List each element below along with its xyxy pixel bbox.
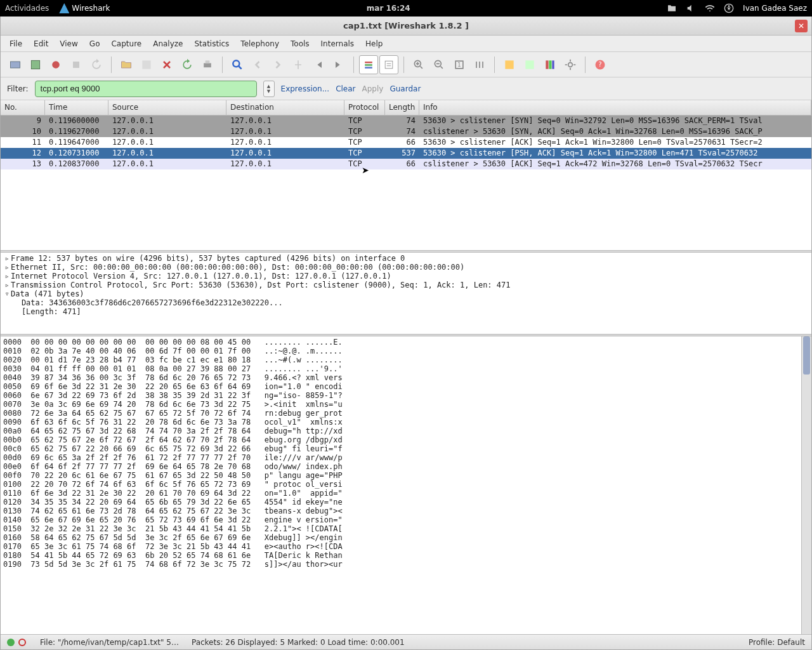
hex-line[interactable]: 0110 6f 6e 3d 22 31 2e 30 22 20 61 70 70… [3,489,809,498]
activities-button[interactable]: Actividades [5,4,49,13]
col-proto[interactable]: Protocol [344,100,385,115]
hex-line[interactable]: 0190 73 5d 5d 3e 3c 2f 61 75 74 68 6f 72… [3,560,809,569]
tree-data[interactable]: Data (471 bytes) [11,289,84,298]
expand-toggle[interactable]: ▹ [3,272,11,281]
find-icon[interactable] [228,55,247,74]
col-len[interactable]: Length [385,100,419,115]
menu-help[interactable]: Help [360,37,388,50]
start-capture-icon[interactable] [46,55,65,74]
menu-capture[interactable]: Capture [106,37,147,50]
col-src[interactable]: Source [108,100,226,115]
menu-go[interactable]: Go [84,37,105,50]
preferences-icon[interactable] [561,55,580,74]
expand-toggle[interactable]: ▹ [3,281,11,289]
auto-scroll-icon[interactable] [379,55,398,74]
menu-statistics[interactable]: Statistics [189,37,234,50]
filter-input[interactable] [35,81,257,97]
capture-filters-icon[interactable] [500,55,519,74]
hex-line[interactable]: 0040 39 87 34 36 36 00 3c 3f 78 6d 6c 20… [3,373,809,382]
scrollbar[interactable] [801,336,811,634]
table-row[interactable]: 110.119647000127.0.0.1127.0.0.1TCP665363… [1,137,811,148]
expand-toggle[interactable]: ▿ [3,289,11,298]
hex-line[interactable]: 0170 65 3e 3c 61 75 74 68 6f 72 3e 3c 21… [3,542,809,551]
hex-line[interactable]: 0080 72 6e 3a 64 65 62 75 67 67 65 72 5f… [3,409,809,418]
zoom-reset-icon[interactable]: 1 [450,55,469,74]
packet-list-header[interactable]: No. Time Source Destination Protocol Len… [1,100,811,116]
hex-line[interactable]: 0150 32 2e 32 2e 31 22 3e 3c 21 5b 43 44… [3,524,809,533]
hex-line[interactable]: 0030 04 01 ff ff 00 00 01 01 08 0a 00 27… [3,364,809,373]
expression-button[interactable]: Expression... [281,84,330,93]
menu-internals[interactable]: Internals [316,37,360,50]
filter-history-dropdown[interactable]: ▲▼ [263,81,275,97]
hex-line[interactable]: 0100 22 20 70 72 6f 74 6f 63 6f 6c 5f 76… [3,480,809,489]
tree-data-hex[interactable]: Data: 343636003c3f786d6c2076657273696f6e… [3,298,809,307]
hex-line[interactable]: 0070 3e 0a 3c 69 6e 69 74 20 78 6d 6c 6e… [3,400,809,409]
hex-line[interactable]: 0000 00 00 00 00 00 00 00 00 00 00 00 00… [3,338,809,347]
hex-line[interactable]: 00d0 69 6c 65 3a 2f 2f 2f 76 61 72 2f 77… [3,453,809,462]
hex-line[interactable]: 0140 65 6e 67 69 6e 65 20 76 65 72 73 69… [3,515,809,524]
go-first-icon[interactable] [309,55,328,74]
hex-line[interactable]: 00e0 6f 64 6f 2f 77 77 77 2f 69 6e 64 65… [3,462,809,471]
capture-indicator-icon[interactable] [18,639,26,646]
files-icon[interactable] [667,3,677,13]
help-icon[interactable]: ? [591,55,610,74]
hex-line[interactable]: 00b0 65 62 75 67 2e 6f 72 67 2f 64 62 67… [3,435,809,444]
reload-icon[interactable] [178,55,197,74]
hex-line[interactable]: 00c0 65 62 75 67 22 20 66 69 6c 65 75 72… [3,444,809,453]
hex-line[interactable]: 0050 69 6f 6e 3d 22 31 2e 30 22 20 65 6e… [3,382,809,391]
wifi-icon[interactable] [705,3,715,13]
packet-bytes[interactable]: 0000 00 00 00 00 00 00 00 00 00 00 00 00… [1,336,811,634]
hex-line[interactable]: 0160 58 64 65 62 75 67 5d 5d 3e 3c 2f 65… [3,533,809,542]
tree-frame[interactable]: Frame 12: 537 bytes on wire (4296 bits),… [11,254,405,263]
hex-line[interactable]: 00a0 64 65 62 75 67 3d 22 68 74 74 70 3a… [3,427,809,435]
a11y-icon[interactable] [724,3,734,13]
menu-tools[interactable]: Tools [285,37,315,50]
hex-line[interactable]: 0060 6e 67 3d 22 69 73 6f 2d 38 38 35 39… [3,391,809,400]
tree-ip[interactable]: Internet Protocol Version 4, Src: 127.0.… [11,272,391,281]
zoom-out-icon[interactable] [429,55,449,74]
packet-list[interactable]: 90.119600000127.0.0.1127.0.0.1TCP7453630… [1,116,811,250]
col-time[interactable]: Time [45,100,108,115]
print-icon[interactable] [198,55,217,74]
hex-line[interactable]: 0130 74 62 65 61 6e 73 2d 78 64 65 62 75… [3,507,809,515]
hex-line[interactable]: 0120 34 35 35 34 22 20 69 64 65 6b 65 79… [3,498,809,507]
expert-info-icon[interactable] [7,639,15,646]
tree-eth[interactable]: Ethernet II, Src: 00:00:00_00:00:00 (00:… [11,263,464,272]
go-last-icon[interactable] [329,55,348,74]
hex-line[interactable]: 0090 6f 63 6f 6c 5f 76 31 22 20 78 6d 6c… [3,418,809,427]
menu-telephony[interactable]: Telephony [235,37,284,50]
display-filters-icon[interactable] [520,55,539,74]
hex-line[interactable]: 0180 54 41 5b 44 65 72 69 63 6b 20 52 65… [3,551,809,560]
coloring-rules-icon[interactable] [540,55,560,74]
zoom-in-icon[interactable] [409,55,428,74]
expand-toggle[interactable]: ▹ [3,254,11,263]
open-file-icon[interactable] [117,55,136,74]
capture-options-icon[interactable] [26,55,45,74]
active-app[interactable]: Wireshark [59,3,110,13]
interfaces-icon[interactable] [6,55,25,74]
menu-edit[interactable]: Edit [29,37,53,50]
expand-toggle[interactable]: ▹ [3,263,11,272]
table-row[interactable]: 90.119600000127.0.0.1127.0.0.1TCP7453630… [1,116,811,126]
save-filter-button[interactable]: Guardar [390,84,421,93]
scrollbar-thumb[interactable] [803,336,810,375]
table-row[interactable]: 120.120731000127.0.0.1127.0.0.1TCP537536… [1,148,811,159]
status-profile[interactable]: Profile: Default [749,638,805,647]
table-row[interactable]: 130.120837000127.0.0.1127.0.0.1TCP66csli… [1,159,811,169]
col-dst[interactable]: Destination [226,100,344,115]
menu-file[interactable]: File [4,37,27,50]
table-row[interactable]: 100.119627000127.0.0.1127.0.0.1TCP74csli… [1,126,811,137]
col-info[interactable]: Info [419,100,811,115]
tree-data-len[interactable]: [Length: 471] [3,307,809,316]
resize-columns-icon[interactable] [470,55,489,74]
clear-button[interactable]: Clear [336,84,355,93]
menu-analyze[interactable]: Analyze [148,37,188,50]
user-menu[interactable]: Ivan Gadea Saez [743,4,807,13]
hex-line[interactable]: 0010 02 0b 3a 7e 40 00 40 06 00 6d 7f 00… [3,347,809,355]
close-button[interactable]: ✕ [795,20,808,32]
menu-view[interactable]: View [55,37,82,50]
volume-icon[interactable] [686,3,696,13]
close-file-icon[interactable] [157,55,176,74]
colorize-icon[interactable] [359,55,378,74]
packet-details[interactable]: ▹Frame 12: 537 bytes on wire (4296 bits)… [1,253,811,334]
